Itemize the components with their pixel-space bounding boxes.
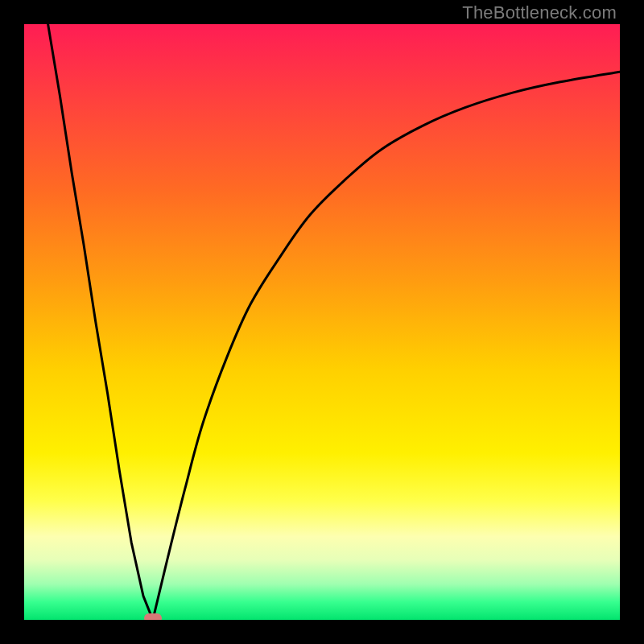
- chart-canvas: TheBottleneck.com: [0, 0, 644, 644]
- plot-gradient-background: [24, 24, 620, 620]
- frame-right: [620, 0, 644, 644]
- watermark-text: TheBottleneck.com: [462, 2, 617, 23]
- frame-bottom: [0, 620, 644, 644]
- frame-left: [0, 0, 24, 644]
